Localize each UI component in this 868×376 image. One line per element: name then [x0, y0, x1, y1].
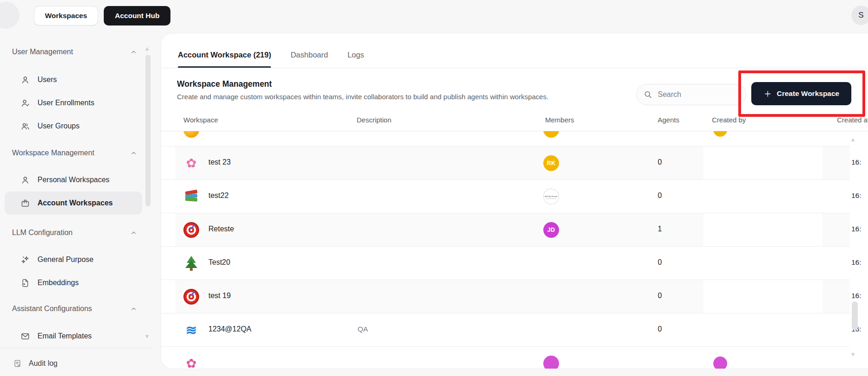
cherry-blossom-emoji — [183, 155, 199, 171]
plus-icon — [763, 89, 772, 98]
sidebar-item-label: User Groups — [38, 122, 80, 130]
sidebar-item-label: Audit log — [29, 359, 57, 368]
created-by-avatar — [713, 357, 727, 369]
sidebar-item-label: Users — [38, 76, 57, 84]
table-row[interactable] — [161, 347, 850, 369]
workspace-name: test 14 — [208, 131, 231, 133]
sidebar-item-label: Personal Workspaces — [38, 176, 109, 184]
sidebar-section-workspace-management[interactable]: Workspace Management — [12, 147, 137, 159]
table-scroll-down-icon[interactable]: ▼ — [850, 351, 856, 357]
page-subtitle: Create and manage custom workspaces with… — [177, 93, 548, 101]
search-icon — [643, 90, 653, 99]
account-hub-toggle-button[interactable]: Account Hub — [104, 6, 170, 25]
users-icon — [20, 121, 30, 131]
audit-log-icon — [13, 359, 22, 368]
workspace-name: 1234@12QA — [208, 325, 252, 333]
tab-dashboard[interactable]: Dashboard — [290, 42, 328, 68]
table-row[interactable]: 1234@12QA QA 0 16: — [161, 313, 850, 347]
chevron-up-icon — [130, 306, 137, 312]
file-icon — [20, 278, 30, 288]
sidebar-item-personal-workspaces[interactable]: Personal Workspaces — [13, 170, 147, 190]
agents-count: 0 — [658, 191, 662, 200]
chevron-up-icon — [130, 229, 137, 236]
user-icon — [20, 175, 30, 185]
main-panel: Account Workspace (219) Dashboard Logs W… — [161, 33, 868, 369]
sidebar-section-label: LLM Configuration — [12, 229, 73, 237]
water-wave-emoji — [183, 322, 199, 338]
created-at-value: 16: — [851, 292, 862, 300]
table-scrollbar-thumb[interactable] — [852, 301, 858, 330]
broken-image-divider — [546, 198, 556, 199]
sidebar-item-email-templates[interactable]: Email Templates — [13, 326, 147, 346]
sidebar-item-general-purpose[interactable]: General Purpose — [13, 249, 147, 270]
created-at-value: 16: — [851, 191, 862, 200]
sidebar-item-label: Account Workspaces — [38, 199, 113, 207]
tab-account-workspace[interactable]: Account Workspace (219) — [178, 42, 271, 68]
search-input[interactable] — [657, 90, 739, 99]
sidebar-item-embeddings[interactable]: Embeddings — [13, 273, 147, 293]
briefcase-icon — [20, 198, 30, 208]
member-avatar-broken-image[interactable]: 404 Not Found — [543, 189, 559, 204]
member-avatar[interactable]: RK — [543, 155, 559, 171]
sidebar-item-account-workspaces[interactable]: Account Workspaces — [5, 191, 142, 215]
table-scroll-up-icon[interactable]: ▲ — [850, 136, 856, 142]
agents-count: 0 — [658, 258, 662, 267]
sidebar-item-users[interactable]: Users — [13, 70, 147, 90]
sidebar-item-label: General Purpose — [38, 255, 94, 264]
created-at-value: 16: — [851, 225, 862, 233]
sidebar-item-user-groups[interactable]: User Groups — [13, 116, 147, 136]
sidebar-divider — [0, 348, 153, 348]
workspace-table: test 14 Saurav Sahu test 23 RK 0 16: tes… — [161, 131, 868, 369]
search-box[interactable] — [636, 84, 746, 105]
page-title: Workspace Management — [177, 79, 272, 89]
workspace-name: Reteste — [208, 225, 234, 233]
table-row[interactable]: Reteste JD 1 16: — [161, 213, 850, 247]
dart-target-emoji — [183, 222, 199, 238]
table-row[interactable]: Test20 0 16: — [161, 247, 850, 280]
column-header-workspace: Workspace — [183, 116, 218, 126]
workspace-name: test 23 — [208, 158, 231, 166]
sidebar-item-audit-log[interactable]: Audit log — [13, 353, 57, 374]
user-check-icon — [20, 98, 30, 108]
member-avatar[interactable] — [543, 131, 559, 138]
broken-image-text: 404 Not Found — [545, 195, 557, 197]
column-header-created-by: Created by — [712, 116, 746, 126]
agents-count: 0 — [658, 158, 662, 166]
sidebar-item-label: User Enrollments — [38, 99, 94, 107]
table-row[interactable]: test 14 Saurav Sahu — [161, 131, 850, 147]
workspace-name: Test20 — [208, 258, 230, 267]
christmas-tree-emoji — [183, 255, 199, 271]
top-bar: Workspaces Account Hub S — [0, 0, 868, 33]
member-avatar[interactable]: JD — [543, 222, 559, 238]
user-avatar[interactable]: S — [851, 6, 868, 25]
column-header-description: Description — [357, 116, 391, 126]
orange-emoji — [183, 131, 199, 138]
sidebar-scrollbar-thumb[interactable] — [145, 55, 151, 206]
sidebar-section-assistant-configurations[interactable]: Assistant Configurations — [12, 303, 137, 314]
sparkles-icon — [20, 255, 30, 265]
tab-logs[interactable]: Logs — [347, 42, 364, 68]
tab-bar: Account Workspace (219) Dashboard Logs — [161, 33, 868, 68]
sidebar-section-label: Assistant Configurations — [12, 305, 92, 313]
sidebar-section-llm-configuration[interactable]: LLM Configuration — [12, 227, 137, 238]
sidebar-scroll-up-icon[interactable]: ▲ — [144, 45, 150, 51]
workspace-description: QA — [358, 325, 368, 333]
table-row[interactable]: test 19 0 16: — [161, 280, 850, 313]
created-by-avatar — [713, 131, 727, 137]
sidebar-scroll-down-icon[interactable]: ▼ — [144, 333, 150, 339]
dart-target-emoji — [183, 289, 199, 305]
created-at-value: 16: — [851, 158, 862, 166]
agents-count: 0 — [658, 292, 662, 300]
sidebar-item-user-enrollments[interactable]: User Enrollments — [13, 93, 147, 113]
chevron-up-icon — [130, 49, 137, 56]
table-row[interactable]: test22 404 Not Found 0 16: — [161, 180, 850, 213]
workspaces-toggle-button[interactable]: Workspaces — [34, 6, 98, 25]
agents-count: 0 — [658, 325, 662, 333]
member-avatar[interactable] — [543, 356, 559, 369]
flower-emoji — [183, 356, 199, 369]
create-workspace-button[interactable]: Create Workspace — [751, 82, 851, 105]
sidebar-section-user-management[interactable]: User Management — [12, 46, 137, 57]
created-at-value: 16: — [851, 258, 862, 267]
books-emoji — [183, 189, 199, 204]
table-row[interactable]: test 23 RK 0 16: — [161, 147, 850, 180]
